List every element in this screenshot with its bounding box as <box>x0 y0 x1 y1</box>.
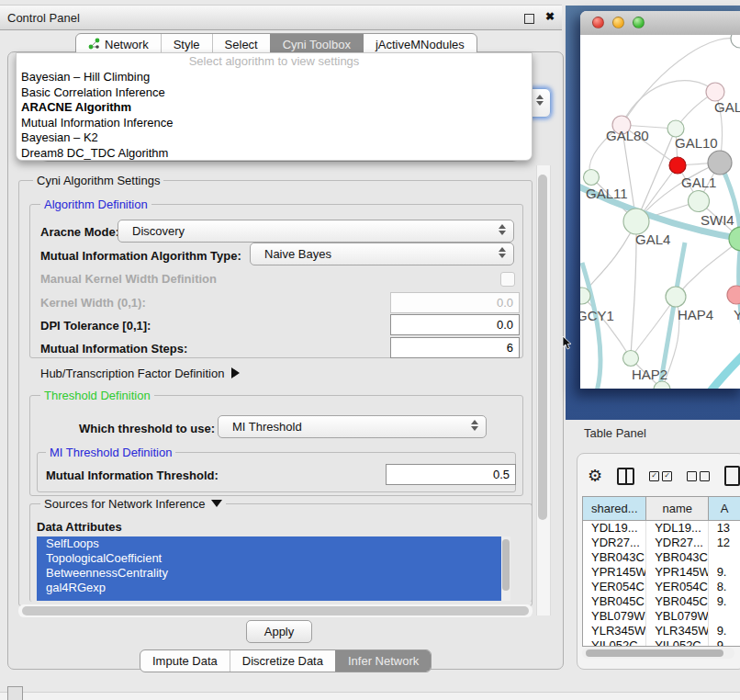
table-panel-title: Table Panel <box>584 426 646 440</box>
network-graph: GALGAL80GAL10GAL1GAL11SWI4GAL4GCY1HAP4YH… <box>580 35 740 389</box>
file-icon[interactable] <box>724 466 740 486</box>
node-table[interactable]: shared...nameA YDL19...YDL19...13YDR27..… <box>582 496 740 647</box>
table-hscrollbar-thumb[interactable] <box>586 649 723 657</box>
which-threshold-value: MI Threshold <box>232 420 302 434</box>
attribute-item[interactable]: BetweennessCentrality <box>37 566 503 581</box>
network-edge[interactable] <box>707 351 740 389</box>
settings-vscrollbar-thumb[interactable] <box>538 175 547 520</box>
network-edge[interactable] <box>582 263 600 389</box>
network-icon <box>88 38 100 52</box>
sources-group-title: Sources for Network Inference <box>44 497 206 511</box>
table-cell: YIL052C <box>583 638 646 647</box>
mi-steps-field[interactable]: 6 <box>390 337 520 358</box>
network-node[interactable] <box>727 286 740 304</box>
bottom-tab-label: Impute Data <box>152 654 218 668</box>
which-threshold-combo[interactable]: MI Threshold <box>218 415 487 438</box>
network-node[interactable] <box>706 83 724 101</box>
apply-button[interactable]: Apply <box>246 620 312 643</box>
network-node-label: GCY1 <box>580 308 614 323</box>
algorithm-option[interactable]: Dream8 DC_TDC Algorithm <box>17 146 532 162</box>
close-traffic-light-icon[interactable] <box>592 17 604 28</box>
network-node[interactable] <box>708 151 732 175</box>
table-column-header[interactable]: A <box>709 497 740 520</box>
aracne-mode-label: Aracne Mode: <box>40 225 119 239</box>
close-icon[interactable]: ✖ <box>545 10 555 23</box>
select-all-icon[interactable]: ✓✓ <box>649 471 672 481</box>
network-window-titlebar[interactable] <box>580 11 740 36</box>
network-node[interactable] <box>623 351 639 367</box>
minimize-traffic-light-icon[interactable] <box>612 17 624 28</box>
mi-algorithm-type-value: Naive Bayes <box>264 247 331 261</box>
mi-algorithm-type-combo[interactable]: Naive Bayes <box>250 243 514 265</box>
algorithm-option[interactable]: Bayesian – K2 <box>17 130 532 146</box>
network-node[interactable] <box>666 287 686 307</box>
mi-threshold-label: Mutual Information Threshold: <box>46 469 219 482</box>
network-edge[interactable] <box>622 81 715 125</box>
table-row[interactable]: YER054CYER054C8. <box>583 580 740 594</box>
panel-grip-icon[interactable] <box>7 686 23 700</box>
algorithm-option[interactable]: Mutual Information Inference <box>17 116 532 131</box>
network-canvas[interactable]: GALGAL80GAL10GAL1GAL11SWI4GAL4GCY1HAP4YH… <box>580 35 740 389</box>
bottom-tab-infer-network[interactable]: Infer Network <box>335 650 431 672</box>
table-row[interactable]: YIL052CYIL052C9. <box>583 638 740 647</box>
network-node[interactable] <box>584 170 600 186</box>
network-node[interactable] <box>623 209 649 234</box>
algorithm-option[interactable]: ARACNE Algorithm <box>17 100 532 116</box>
table-cell: 9. <box>709 638 740 647</box>
kernel-width-field[interactable]: 0.0 <box>390 292 520 313</box>
network-node[interactable] <box>731 35 740 48</box>
network-view-window[interactable]: GALGAL80GAL10GAL1GAL11SWI4GAL4GCY1HAP4YH… <box>580 11 740 389</box>
bottom-tab-impute-data[interactable]: Impute Data <box>140 650 230 672</box>
table-row[interactable]: YBR043CYBR043C <box>583 550 740 565</box>
settings-hscrollbar-thumb[interactable] <box>22 606 529 615</box>
network-node-label: HAP4 <box>678 307 713 322</box>
data-attributes-list[interactable]: SelfLoopsTopologicalCoefficientBetweenne… <box>37 536 510 601</box>
table-cell: YPR145W <box>583 565 646 580</box>
attribute-item[interactable]: TopologicalCoefficient <box>37 551 503 566</box>
attribute-item[interactable] <box>37 595 503 601</box>
network-node[interactable] <box>689 191 710 212</box>
gear-icon[interactable]: ⚙ <box>588 468 602 484</box>
table-row[interactable]: YLR345WYLR345W9. <box>583 624 740 638</box>
columns-icon[interactable] <box>617 468 634 485</box>
table-row[interactable]: YBR045CYBR045C9. <box>583 594 740 609</box>
hub-definition-toggle[interactable]: Hub/Transcription Factor Definition <box>40 367 240 380</box>
table-cell: YBR045C <box>583 594 646 609</box>
dpi-tolerance-field[interactable]: 0.0 <box>390 314 520 335</box>
attribute-item[interactable]: gal4RGexp <box>37 581 503 595</box>
manual-kernel-width-checkbox[interactable] <box>500 272 515 287</box>
float-window-icon[interactable] <box>524 14 534 24</box>
network-edge[interactable] <box>582 296 631 358</box>
deselect-all-icon[interactable] <box>687 471 710 481</box>
table-row[interactable]: YDL19...YDL19...13 <box>583 521 740 536</box>
network-node[interactable] <box>654 381 670 389</box>
zoom-traffic-light-icon[interactable] <box>633 17 645 28</box>
algorithm-option[interactable]: Bayesian – Hill Climbing <box>17 70 532 85</box>
tab-label: Cyni Toolbox <box>283 38 351 51</box>
mi-threshold-field[interactable]: 0.5 <box>386 464 516 485</box>
which-threshold-label: Which threshold to use: <box>79 422 215 435</box>
tab-label: Network <box>105 38 149 51</box>
mi-algorithm-type-label: Mutual Information Algorithm Type: <box>40 249 241 263</box>
cyni-algorithm-settings-title: Cyni Algorithm Settings <box>33 174 163 187</box>
network-node-label: GAL11 <box>586 186 628 201</box>
network-node-label: HAP2 <box>632 367 667 382</box>
network-node[interactable] <box>669 157 686 174</box>
attributes-scrollbar[interactable] <box>501 536 510 601</box>
network-node-label: GAL80 <box>606 128 649 143</box>
attribute-item[interactable]: SelfLoops <box>37 536 503 551</box>
table-row[interactable]: YPR145WYPR145W9. <box>583 565 740 580</box>
collapse-down-icon <box>211 500 222 507</box>
bottom-tab-discretize-data[interactable]: Discretize Data <box>230 650 335 672</box>
aracne-mode-value: Discovery <box>132 224 185 238</box>
table-row[interactable]: YDR27...YDR27...12 <box>583 536 740 550</box>
table-row[interactable]: YBL079WYBL079W <box>583 609 740 624</box>
table-column-header[interactable]: shared... <box>583 497 646 520</box>
table-column-header[interactable]: name <box>646 497 709 520</box>
aracne-mode-combo[interactable]: Discovery <box>118 220 514 243</box>
hub-definition-label: Hub/Transcription Factor Definition <box>40 367 224 380</box>
table-cell: YDR27... <box>646 536 708 550</box>
sources-group-toggle[interactable]: Sources for Network Inference <box>40 497 226 511</box>
algorithm-option[interactable]: Basic Correlation Inference <box>17 85 532 101</box>
threshold-definition-title: Threshold Definition <box>40 389 154 402</box>
